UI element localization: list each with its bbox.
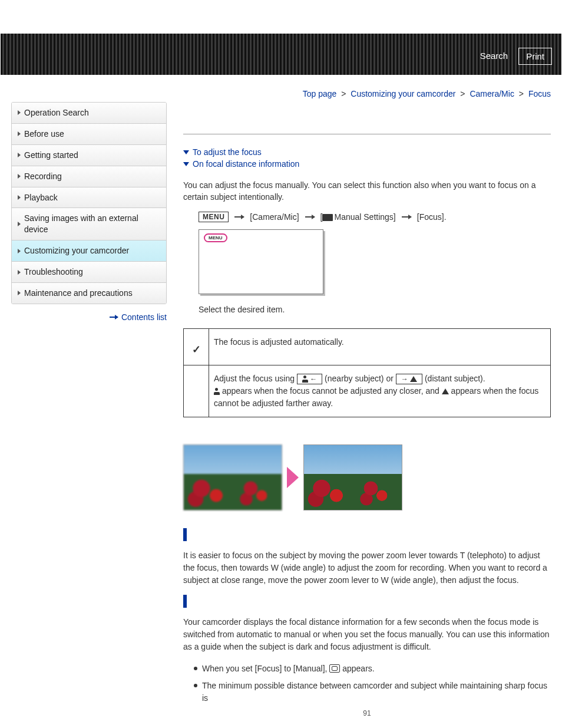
sidebar-item-customizing[interactable]: Customizing your camcorder: [12, 241, 166, 261]
list-item: When you set [Focus] to [Manual], appear…: [194, 663, 551, 675]
breadcrumb: Top page > Customizing your camcorder > …: [1, 75, 561, 98]
sidebar-item-label: Troubleshooting: [24, 266, 83, 278]
sidebar-item-saving-images[interactable]: Saving images with an external device: [12, 208, 166, 240]
example-photo-sharp: [303, 444, 402, 510]
sidebar-item-before-use[interactable]: Before use: [12, 124, 166, 144]
anchor-down-icon: [183, 162, 189, 166]
far-limit-icon: [442, 388, 449, 394]
sidebar-nav: Operation Search Before use Getting star…: [11, 102, 167, 304]
print-button[interactable]: Print: [518, 48, 552, 65]
notes-list: When you set [Focus] to [Manual], appear…: [194, 663, 551, 704]
check-icon: ✓: [192, 344, 201, 355]
list-item: The minimum possible distance between ca…: [194, 680, 551, 704]
breadcrumb-focus[interactable]: Focus: [528, 89, 551, 98]
sidebar-item-label: Customizing your camcorder: [24, 245, 129, 256]
sidebar-item-operation-search[interactable]: Operation Search: [12, 103, 166, 123]
section-marker: [183, 528, 187, 541]
header-banner: Search Print: [1, 34, 561, 75]
intro-paragraph: You can adjust the focus manually. You c…: [183, 179, 551, 203]
auto-focus-desc: The focus is adjusted automatically.: [209, 328, 551, 365]
sidebar-item-label: Getting started: [24, 150, 78, 161]
manual-focus-indicator-icon: [329, 664, 340, 673]
focus-far-key-icon: →: [396, 374, 422, 384]
anchor-adjust-focus[interactable]: To adjust the focus: [193, 147, 262, 157]
chevron-right-icon: [18, 291, 21, 295]
chevron-right-icon: [18, 153, 21, 157]
menu-button-icon: MENU: [199, 212, 229, 222]
menu-chip-highlight: MENU: [204, 233, 227, 242]
breadcrumb-cammic[interactable]: Camera/Mic: [470, 89, 514, 98]
near-limit-icon: [214, 388, 220, 395]
chevron-right-icon: [18, 195, 21, 200]
chevron-right-icon: [18, 270, 21, 275]
menu-step-cammic: [Camera/Mic]: [250, 212, 299, 222]
example-image-pair: [183, 444, 551, 510]
sidebar-item-label: Maintenance and precautions: [24, 288, 133, 299]
arrow-right-pink-icon: [287, 467, 299, 488]
arrow-right-icon: [110, 317, 118, 318]
arrow-right-icon: [234, 216, 244, 218]
section-adjust-focus: It is easier to focus on the subject by …: [183, 549, 551, 587]
sidebar-item-label: Before use: [24, 129, 64, 140]
sidebar-item-getting-started[interactable]: Getting started: [12, 145, 166, 166]
breadcrumb-sep: >: [341, 89, 346, 98]
manual-settings-icon: [322, 214, 333, 221]
anchor-focal-distance[interactable]: On focal distance information: [193, 159, 299, 169]
menu-path: MENU [Camera/Mic] [Manual Settings] [Foc…: [199, 212, 551, 222]
chevron-right-icon: [18, 174, 21, 179]
section-focal-distance: Your camcorder displays the focal distan…: [183, 616, 551, 653]
divider: [183, 134, 551, 134]
arrow-right-icon: [402, 216, 411, 218]
main-content: To adjust the focus On focal distance in…: [167, 134, 551, 717]
arrow-right-icon: [305, 216, 315, 218]
sidebar: Operation Search Before use Getting star…: [11, 102, 167, 322]
manual-focus-desc: Adjust the focus using ← (nearby subject…: [209, 365, 551, 417]
table-row: ✓ The focus is adjusted automatically.: [184, 328, 551, 365]
breadcrumb-customizing[interactable]: Customizing your camcorder: [351, 89, 455, 98]
menu-step-manual: [Manual Settings]: [320, 212, 396, 222]
select-desired-item: Select the desired item.: [199, 305, 551, 314]
chevron-right-icon: [18, 110, 21, 115]
sidebar-item-maintenance[interactable]: Maintenance and precautions: [12, 283, 166, 304]
chevron-right-icon: [18, 131, 21, 136]
screen-preview: MENU: [199, 229, 323, 294]
focus-options-table: ✓ The focus is adjusted automatically. A…: [183, 328, 551, 417]
page-number: 91: [183, 709, 551, 717]
contents-list-link[interactable]: Contents list: [11, 312, 167, 322]
contents-list-label: Contents list: [121, 312, 167, 322]
breadcrumb-sep: >: [519, 89, 524, 98]
sidebar-item-playback[interactable]: Playback: [12, 187, 166, 208]
example-photo-blurry: [183, 444, 282, 510]
chevron-right-icon: [18, 249, 21, 253]
sidebar-item-label: Operation Search: [24, 107, 89, 118]
section-marker: [183, 595, 187, 608]
sidebar-item-label: Playback: [24, 192, 58, 203]
sidebar-item-label: Saving images with an external device: [24, 213, 160, 235]
anchor-down-icon: [183, 150, 189, 154]
table-row: Adjust the focus using ← (nearby subject…: [184, 365, 551, 417]
chevron-right-icon: [18, 222, 21, 226]
sidebar-item-troubleshooting[interactable]: Troubleshooting: [12, 262, 166, 282]
breadcrumb-top[interactable]: Top page: [303, 89, 337, 98]
sidebar-item-label: Recording: [24, 171, 62, 182]
sidebar-item-recording[interactable]: Recording: [12, 166, 166, 187]
menu-step-focus: [Focus].: [417, 212, 447, 222]
search-button[interactable]: Search: [473, 48, 515, 65]
focus-near-key-icon: ←: [297, 374, 322, 384]
breadcrumb-sep: >: [460, 89, 465, 98]
